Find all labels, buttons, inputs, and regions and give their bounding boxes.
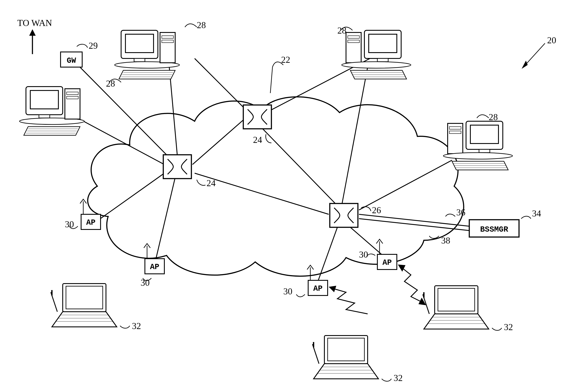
svg-line-10 xyxy=(342,67,368,206)
svg-rect-18 xyxy=(330,203,358,227)
svg-line-2 xyxy=(71,115,164,164)
ap-3: AP xyxy=(307,265,328,295)
switch-24-top xyxy=(243,105,271,129)
desktop-top-right xyxy=(342,30,411,79)
svg-marker-21 xyxy=(29,29,36,36)
svg-rect-65 xyxy=(448,123,463,154)
svg-marker-100 xyxy=(522,61,528,69)
ref-32a: 32 xyxy=(132,321,141,331)
laptop-left xyxy=(51,284,117,327)
ref-28d: 28 xyxy=(489,112,498,122)
switch-26 xyxy=(330,203,358,227)
ref-29: 29 xyxy=(89,41,98,51)
ref-30b: 30 xyxy=(140,278,150,288)
ref-24a: 24 xyxy=(206,178,216,188)
ref-28b: 28 xyxy=(197,20,206,30)
svg-rect-60 xyxy=(377,59,388,62)
svg-rect-70 xyxy=(479,149,490,153)
ref-30d: 30 xyxy=(359,250,368,259)
ref-32b: 32 xyxy=(393,373,403,383)
svg-point-61 xyxy=(342,62,411,68)
ref-26: 26 xyxy=(372,205,381,215)
svg-rect-46 xyxy=(30,91,58,109)
gw-box: GW xyxy=(60,52,82,67)
svg-text:AP: AP xyxy=(382,258,392,267)
svg-marker-98 xyxy=(398,264,405,272)
bssmgr-box: BSSMGR xyxy=(469,220,519,237)
ap-2: AP xyxy=(144,244,164,274)
svg-rect-16 xyxy=(163,155,191,179)
ref-22: 22 xyxy=(281,55,290,65)
svg-text:AP: AP xyxy=(313,284,322,293)
svg-line-5 xyxy=(193,119,244,164)
desktop-far-right xyxy=(443,121,512,170)
laptop-right xyxy=(423,286,489,329)
svg-rect-59 xyxy=(369,34,397,53)
svg-rect-76 xyxy=(66,286,103,309)
ref-34: 34 xyxy=(532,208,541,218)
desktop-far-left xyxy=(20,87,84,135)
ref-32c: 32 xyxy=(504,322,513,332)
cloud-22 xyxy=(88,97,464,276)
switch-24-left xyxy=(163,155,191,179)
laptop-bottom-center xyxy=(312,335,378,379)
svg-rect-83 xyxy=(328,338,364,361)
gw-label: GW xyxy=(67,56,76,65)
svg-rect-37 xyxy=(134,59,145,62)
ref-28a: 28 xyxy=(106,79,115,89)
svg-rect-36 xyxy=(125,34,154,53)
ap-4: AP xyxy=(376,239,397,269)
ref-36: 36 xyxy=(456,207,465,217)
svg-rect-39 xyxy=(160,32,175,63)
to-wan-arrow xyxy=(29,29,36,54)
svg-text:AP: AP xyxy=(150,262,159,271)
svg-rect-47 xyxy=(39,115,50,118)
to-wan-label: TO WAN xyxy=(17,18,52,28)
svg-line-11 xyxy=(359,160,452,210)
desktop-top-left xyxy=(115,30,179,79)
bssmgr-label: BSSMGR xyxy=(480,225,508,234)
wireless-arrows xyxy=(329,264,426,314)
ref-24b: 24 xyxy=(253,135,262,145)
svg-rect-69 xyxy=(470,125,499,144)
svg-rect-17 xyxy=(243,105,271,129)
svg-text:AP: AP xyxy=(86,218,95,227)
ref-20: 20 xyxy=(547,35,556,45)
svg-rect-90 xyxy=(438,288,475,311)
svg-marker-96 xyxy=(329,286,336,292)
svg-line-9 xyxy=(259,126,337,206)
svg-line-3 xyxy=(97,173,164,221)
ref-30a: 30 xyxy=(65,219,74,229)
ref-28c: 28 xyxy=(337,26,346,35)
svg-rect-55 xyxy=(346,32,361,63)
svg-rect-49 xyxy=(65,89,80,119)
ref-38: 38 xyxy=(441,235,450,245)
svg-line-4 xyxy=(156,178,175,260)
svg-point-71 xyxy=(443,153,512,159)
ref-30c: 30 xyxy=(283,286,292,296)
ap-1: AP xyxy=(80,199,101,229)
